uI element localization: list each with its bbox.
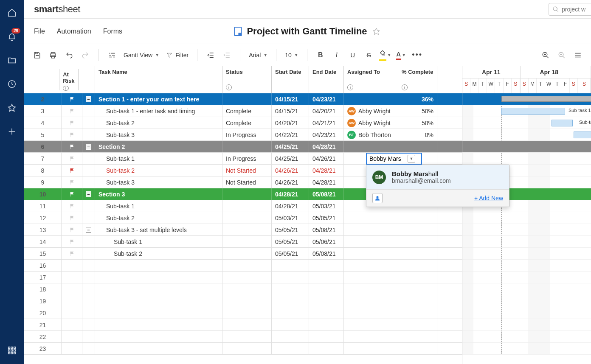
at-risk-flag[interactable] (62, 248, 82, 259)
row-number[interactable]: 14 (24, 236, 62, 247)
gantt-bar[interactable] (501, 108, 565, 115)
status-cell[interactable] (222, 236, 272, 247)
grid-row[interactable]: 17 (24, 272, 462, 283)
text-color-icon[interactable]: A▼ (394, 48, 408, 62)
status-cell[interactable] (222, 343, 272, 354)
task-name-cell[interactable] (95, 319, 222, 330)
at-risk-flag[interactable] (62, 283, 82, 295)
fill-color-icon[interactable]: ▼ (378, 48, 392, 62)
redo-icon[interactable] (78, 48, 93, 62)
menu-file[interactable]: File (34, 28, 45, 35)
grid-row[interactable]: 14Sub-task 105/05/2105/06/21 (24, 236, 462, 248)
recent-icon[interactable] (7, 79, 17, 89)
collapse-toggle[interactable] (82, 105, 95, 117)
at-risk-flag[interactable] (62, 176, 82, 188)
task-name-cell[interactable]: Sub-task 1 (95, 236, 222, 247)
favorite-star-icon[interactable] (372, 27, 381, 36)
global-search[interactable] (549, 3, 591, 16)
pct-complete-cell[interactable]: 0% (398, 129, 437, 140)
at-risk-flag[interactable] (62, 117, 82, 129)
at-risk-flag[interactable] (62, 141, 82, 152)
save-icon[interactable] (30, 48, 44, 62)
status-cell[interactable]: Not Started (222, 176, 272, 188)
collapse-toggle[interactable] (82, 260, 95, 271)
undo-icon[interactable] (62, 48, 76, 62)
end-date-cell[interactable]: 05/05/21 (309, 212, 344, 224)
zoom-out-icon[interactable] (554, 48, 569, 62)
end-date-cell[interactable]: 04/28/21 (309, 165, 344, 176)
status-cell[interactable] (222, 188, 272, 200)
task-name-cell[interactable]: Sub-task 2 (95, 248, 222, 259)
at-risk-flag[interactable] (62, 93, 82, 105)
collapse-toggle[interactable] (82, 248, 95, 259)
bold-icon[interactable]: B (313, 48, 328, 62)
assigned-to-cell[interactable]: AWAbby Wright (344, 105, 398, 117)
collapse-toggle[interactable] (82, 295, 95, 307)
at-risk-flag[interactable] (62, 200, 82, 212)
assigned-to-cell[interactable] (344, 141, 398, 152)
status-cell[interactable] (222, 319, 272, 330)
col-end-date[interactable]: End Date (312, 69, 340, 75)
pct-complete-cell[interactable]: 36% (398, 93, 437, 105)
task-name-cell[interactable] (95, 283, 222, 295)
assigned-to-cell[interactable] (344, 272, 398, 283)
start-date-cell[interactable]: 04/15/21 (272, 93, 309, 105)
grid-row[interactable]: 2−Section 1 - enter your own text here04… (24, 93, 462, 105)
start-date-cell[interactable] (272, 307, 309, 319)
task-name-cell[interactable]: Sub-task 1 - enter task and timing (95, 105, 222, 117)
underline-icon[interactable]: U (346, 48, 360, 62)
status-cell[interactable] (222, 212, 272, 224)
assigned-to-cell[interactable] (344, 319, 398, 330)
start-date-cell[interactable]: 04/25/21 (272, 153, 309, 164)
start-date-cell[interactable] (272, 343, 309, 354)
row-number[interactable]: 15 (24, 248, 62, 259)
collapse-toggle[interactable] (82, 319, 95, 330)
col-status[interactable]: Status (226, 69, 268, 75)
status-cell[interactable] (222, 283, 272, 295)
filter-button[interactable]: Filter (163, 52, 191, 59)
collapse-toggle[interactable]: − (82, 93, 95, 105)
start-date-cell[interactable]: 05/05/21 (272, 224, 309, 235)
collapse-toggle[interactable]: − (82, 224, 95, 235)
pct-complete-cell[interactable] (398, 212, 437, 224)
search-input[interactable] (562, 6, 587, 13)
status-cell[interactable]: Not Started (222, 165, 272, 176)
task-name-cell[interactable]: Sub-task 1 (95, 153, 222, 164)
assigned-to-cell[interactable] (344, 224, 398, 235)
contact-card-icon[interactable] (372, 193, 383, 203)
end-date-cell[interactable]: 04/23/21 (309, 129, 344, 140)
row-number[interactable]: 7 (24, 153, 62, 164)
assigned-to-cell[interactable]: AWAbby Wright (344, 117, 398, 129)
end-date-cell[interactable] (309, 272, 344, 283)
print-icon[interactable] (46, 48, 60, 62)
task-name-cell[interactable]: Sub-task 2 (95, 212, 222, 224)
at-risk-flag[interactable] (62, 153, 82, 164)
status-cell[interactable]: In Progress (222, 153, 272, 164)
task-name-cell[interactable] (95, 295, 222, 307)
menu-forms[interactable]: Forms (103, 28, 122, 35)
end-date-cell[interactable]: 04/28/21 (309, 141, 344, 152)
row-number[interactable]: 20 (24, 307, 62, 319)
dropdown-icon[interactable]: ▼ (408, 155, 415, 162)
row-number[interactable]: 11 (24, 200, 62, 212)
assigned-to-cell[interactable] (344, 248, 398, 259)
row-number[interactable]: 23 (24, 343, 62, 354)
status-cell[interactable] (222, 93, 272, 105)
pct-complete-cell[interactable] (398, 260, 437, 271)
pct-complete-cell[interactable] (398, 236, 437, 247)
row-number[interactable]: 5 (24, 129, 62, 140)
task-name-cell[interactable] (95, 272, 222, 283)
end-date-cell[interactable] (309, 343, 344, 354)
row-number[interactable]: 2 (24, 93, 62, 105)
pct-complete-cell[interactable] (398, 343, 437, 354)
pct-complete-cell[interactable]: 50% (398, 117, 437, 129)
end-date-cell[interactable]: 04/26/21 (309, 153, 344, 164)
collapse-toggle[interactable]: − (82, 188, 95, 200)
at-risk-flag[interactable] (62, 319, 82, 330)
collapse-toggle[interactable]: − (82, 141, 95, 152)
end-date-cell[interactable] (309, 295, 344, 307)
grid-row[interactable]: 12Sub-task 205/03/2105/05/21 (24, 212, 462, 224)
pct-complete-cell[interactable] (398, 295, 437, 307)
contact-suggestion[interactable]: BM Bobby Marshall bmarshall@email.com (366, 165, 509, 189)
start-date-cell[interactable] (272, 272, 309, 283)
